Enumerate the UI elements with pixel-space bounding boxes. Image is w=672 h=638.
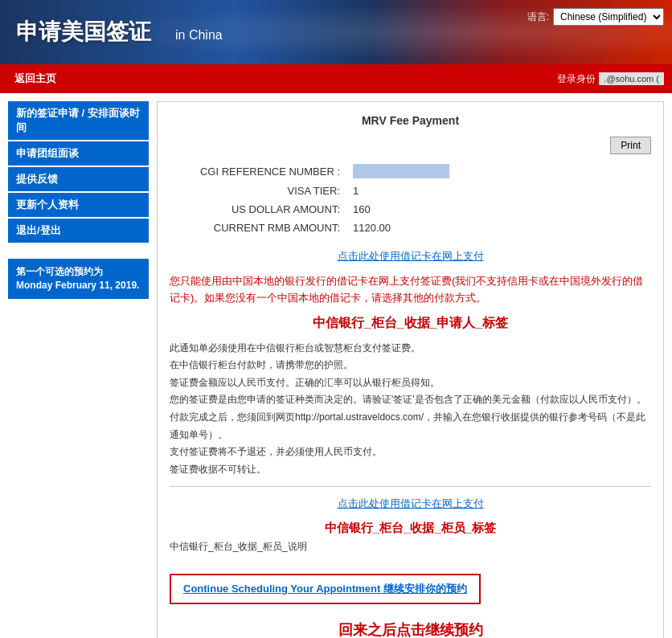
section-title: MRV Fee Payment <box>170 114 651 127</box>
sidebar-item-update-profile[interactable]: 更新个人资料 <box>8 193 149 217</box>
bank-description: 中信银行_柜台_收据_柜员_说明 <box>170 540 651 554</box>
field-value-usd: 160 <box>346 200 651 219</box>
print-row: Print <box>170 137 651 154</box>
language-select[interactable]: Chinese (Simplified) English <box>553 8 664 26</box>
home-link[interactable]: 返回主页 <box>8 68 63 89</box>
instruction-line-3: 签证费金额应以人民币支付。正确的汇率可以从银行柜员得知。 <box>170 374 651 392</box>
main-content: MRV Fee Payment Print CGI REFERENCE NUMB… <box>157 101 664 638</box>
nav-left: 返回主页 <box>8 68 63 89</box>
table-row: US DOLLAR AMOUNT: 160 <box>170 200 651 219</box>
instructions-block: 此通知单必须使用在中信银行柜台或智慧柜台支付签证费。 在中信银行柜台付款时，请携… <box>170 340 651 479</box>
online-pay-link-2-container: 点击此处使用借记卡在网上支付 <box>170 497 651 511</box>
nav-right: 登录身份 .@sohu.com ( <box>557 72 664 86</box>
header-subtitle: in China <box>175 28 223 43</box>
sidebar-item-new-appointment[interactable]: 新的签证申请 / 安排面谈时间 <box>8 101 149 140</box>
field-label-rmb: CURRENT RMB AMOUNT: <box>170 219 346 237</box>
language-label: 语言: <box>527 10 549 24</box>
bank-title-2: 中信银行_柜台_收据_柜员_标签 <box>170 521 651 536</box>
continue-box: Continue Scheduling Your Appointment 继续安… <box>170 566 651 612</box>
instruction-line-5: 付款完成之后，您须回到网页http://portal.ustraveldocs.… <box>170 409 651 444</box>
continue-link-cn: 继续安排你的预约 <box>383 583 467 595</box>
continue-link-en: Continue Scheduling Your Appointment <box>183 583 380 595</box>
sidebar: 新的签证申请 / 安排面谈时间 申请团组面谈 提供反馈 更新个人资料 退出/登出… <box>8 101 149 638</box>
login-label: 登录身份 <box>557 72 596 86</box>
header: 申请美国签证 in China 语言: Chinese (Simplified)… <box>0 0 672 64</box>
online-pay-link-1[interactable]: 点击此处使用借记卡在网上支付 <box>338 250 484 262</box>
continue-link-box: Continue Scheduling Your Appointment 继续安… <box>170 574 481 604</box>
sidebar-item-logout[interactable]: 退出/登出 <box>8 219 149 243</box>
table-row: CURRENT RMB AMOUNT: 1120.00 <box>170 219 651 237</box>
online-pay-link-2[interactable]: 点击此处使用借记卡在网上支付 <box>338 497 484 509</box>
table-row: CGI REFERENCE NUMBER : <box>170 161 651 182</box>
user-email: .@sohu.com ( <box>599 72 664 85</box>
divider-1 <box>170 486 651 487</box>
instruction-line-1: 此通知单必须使用在中信银行柜台或智慧柜台支付签证费。 <box>170 340 651 358</box>
ref-number-value <box>353 164 449 178</box>
field-value-rmb: 1120.00 <box>346 219 651 237</box>
main-layout: 新的签证申请 / 安排面谈时间 申请团组面谈 提供反馈 更新个人资料 退出/登出… <box>0 93 672 638</box>
instruction-line-4: 您的签证费是由您申请的签证种类而决定的。请验证'签证'是否包含了正确的美元金额（… <box>170 391 651 409</box>
field-value-ref <box>346 161 651 182</box>
site-title: 申请美国签证 <box>16 17 151 47</box>
sidebar-item-feedback[interactable]: 提供反馈 <box>8 167 149 191</box>
return-text: 回来之后点击继续预约 <box>170 620 651 638</box>
online-pay-link-1-container: 点击此处使用借记卡在网上支付 <box>170 249 651 264</box>
print-button[interactable]: Print <box>610 137 651 154</box>
navbar: 返回主页 登录身份 .@sohu.com ( <box>0 64 672 93</box>
field-label-ref: CGI REFERENCE NUMBER : <box>170 161 346 182</box>
table-row: VISA TIER: 1 <box>170 182 651 200</box>
language-selector-container: 语言: Chinese (Simplified) English <box>527 8 664 26</box>
warning-text: 您只能使用由中国本地的银行发行的借记卡在网上支付签证费(我们不支持信用卡或在中国… <box>170 273 651 307</box>
field-value-tier: 1 <box>346 182 651 200</box>
instruction-line-6: 支付签证费将不予退还，并必须使用人民币支付。 <box>170 444 651 461</box>
next-appointment-info: 第一个可选的预约为 Monday February 11, 2019. <box>8 259 149 299</box>
instruction-line-7: 签证费收据不可转让。 <box>170 461 651 479</box>
field-label-usd: US DOLLAR AMOUNT: <box>170 200 346 219</box>
sidebar-item-group-appointment[interactable]: 申请团组面谈 <box>8 141 149 166</box>
continue-appointment-link[interactable]: Continue Scheduling Your Appointment 继续安… <box>183 583 467 595</box>
fee-info-table: CGI REFERENCE NUMBER : VISA TIER: 1 US D… <box>170 161 651 237</box>
field-label-tier: VISA TIER: <box>170 182 346 200</box>
instruction-line-2: 在中信银行柜台付款时，请携带您的护照。 <box>170 357 651 374</box>
bank-title-1: 中信银行_柜台_收据_申请人_标签 <box>170 315 651 332</box>
